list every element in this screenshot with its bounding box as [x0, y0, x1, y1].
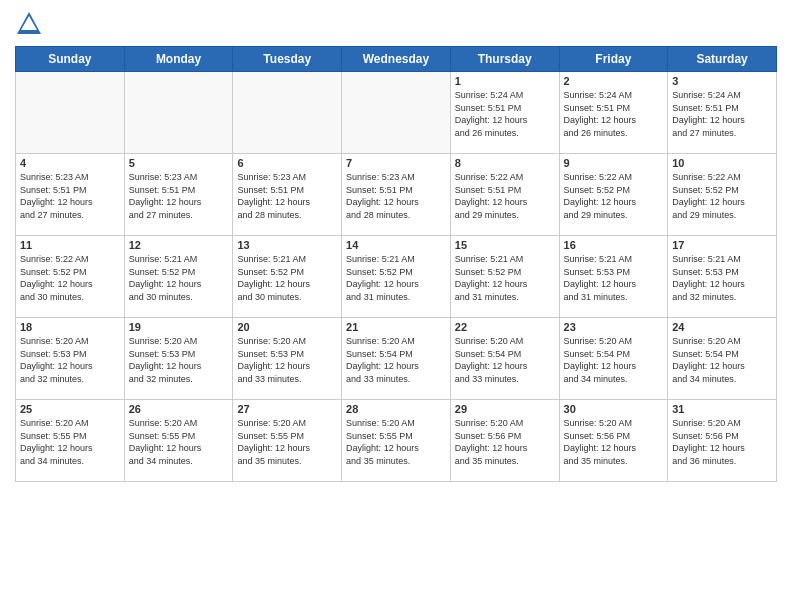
calendar-cell: 4Sunrise: 5:23 AM Sunset: 5:51 PM Daylig… — [16, 154, 125, 236]
calendar-cell: 21Sunrise: 5:20 AM Sunset: 5:54 PM Dayli… — [342, 318, 451, 400]
day-number: 31 — [672, 403, 772, 415]
calendar-cell: 6Sunrise: 5:23 AM Sunset: 5:51 PM Daylig… — [233, 154, 342, 236]
day-number: 9 — [564, 157, 664, 169]
day-number: 29 — [455, 403, 555, 415]
day-number: 2 — [564, 75, 664, 87]
calendar-cell: 22Sunrise: 5:20 AM Sunset: 5:54 PM Dayli… — [450, 318, 559, 400]
day-info: Sunrise: 5:22 AM Sunset: 5:51 PM Dayligh… — [455, 171, 555, 221]
weekday-header-tuesday: Tuesday — [233, 47, 342, 72]
day-info: Sunrise: 5:21 AM Sunset: 5:52 PM Dayligh… — [237, 253, 337, 303]
day-number: 19 — [129, 321, 229, 333]
day-info: Sunrise: 5:20 AM Sunset: 5:56 PM Dayligh… — [455, 417, 555, 467]
weekday-header-wednesday: Wednesday — [342, 47, 451, 72]
calendar-cell: 9Sunrise: 5:22 AM Sunset: 5:52 PM Daylig… — [559, 154, 668, 236]
day-number: 15 — [455, 239, 555, 251]
logo-icon — [15, 10, 43, 38]
day-info: Sunrise: 5:20 AM Sunset: 5:54 PM Dayligh… — [455, 335, 555, 385]
day-number: 10 — [672, 157, 772, 169]
calendar-body: 1Sunrise: 5:24 AM Sunset: 5:51 PM Daylig… — [16, 72, 777, 482]
calendar-cell: 28Sunrise: 5:20 AM Sunset: 5:55 PM Dayli… — [342, 400, 451, 482]
day-info: Sunrise: 5:23 AM Sunset: 5:51 PM Dayligh… — [237, 171, 337, 221]
calendar-cell: 31Sunrise: 5:20 AM Sunset: 5:56 PM Dayli… — [668, 400, 777, 482]
calendar-week-1: 1Sunrise: 5:24 AM Sunset: 5:51 PM Daylig… — [16, 72, 777, 154]
weekday-header-saturday: Saturday — [668, 47, 777, 72]
calendar-cell — [124, 72, 233, 154]
day-number: 28 — [346, 403, 446, 415]
calendar-cell: 27Sunrise: 5:20 AM Sunset: 5:55 PM Dayli… — [233, 400, 342, 482]
calendar-cell: 1Sunrise: 5:24 AM Sunset: 5:51 PM Daylig… — [450, 72, 559, 154]
calendar-cell: 14Sunrise: 5:21 AM Sunset: 5:52 PM Dayli… — [342, 236, 451, 318]
calendar-cell — [342, 72, 451, 154]
day-number: 21 — [346, 321, 446, 333]
day-info: Sunrise: 5:20 AM Sunset: 5:56 PM Dayligh… — [672, 417, 772, 467]
day-number: 20 — [237, 321, 337, 333]
calendar-cell: 13Sunrise: 5:21 AM Sunset: 5:52 PM Dayli… — [233, 236, 342, 318]
day-number: 8 — [455, 157, 555, 169]
day-info: Sunrise: 5:20 AM Sunset: 5:54 PM Dayligh… — [672, 335, 772, 385]
day-number: 4 — [20, 157, 120, 169]
day-info: Sunrise: 5:20 AM Sunset: 5:54 PM Dayligh… — [564, 335, 664, 385]
calendar-cell: 5Sunrise: 5:23 AM Sunset: 5:51 PM Daylig… — [124, 154, 233, 236]
calendar-week-2: 4Sunrise: 5:23 AM Sunset: 5:51 PM Daylig… — [16, 154, 777, 236]
calendar-cell: 16Sunrise: 5:21 AM Sunset: 5:53 PM Dayli… — [559, 236, 668, 318]
day-info: Sunrise: 5:21 AM Sunset: 5:53 PM Dayligh… — [564, 253, 664, 303]
calendar-cell: 20Sunrise: 5:20 AM Sunset: 5:53 PM Dayli… — [233, 318, 342, 400]
day-number: 14 — [346, 239, 446, 251]
calendar-cell: 18Sunrise: 5:20 AM Sunset: 5:53 PM Dayli… — [16, 318, 125, 400]
day-number: 22 — [455, 321, 555, 333]
calendar-cell: 2Sunrise: 5:24 AM Sunset: 5:51 PM Daylig… — [559, 72, 668, 154]
calendar-cell — [16, 72, 125, 154]
day-info: Sunrise: 5:24 AM Sunset: 5:51 PM Dayligh… — [455, 89, 555, 139]
calendar-week-4: 18Sunrise: 5:20 AM Sunset: 5:53 PM Dayli… — [16, 318, 777, 400]
calendar-cell — [233, 72, 342, 154]
calendar-cell: 15Sunrise: 5:21 AM Sunset: 5:52 PM Dayli… — [450, 236, 559, 318]
calendar-table: SundayMondayTuesdayWednesdayThursdayFrid… — [15, 46, 777, 482]
day-info: Sunrise: 5:20 AM Sunset: 5:53 PM Dayligh… — [237, 335, 337, 385]
day-info: Sunrise: 5:21 AM Sunset: 5:52 PM Dayligh… — [455, 253, 555, 303]
day-info: Sunrise: 5:23 AM Sunset: 5:51 PM Dayligh… — [129, 171, 229, 221]
weekday-header-friday: Friday — [559, 47, 668, 72]
day-info: Sunrise: 5:21 AM Sunset: 5:53 PM Dayligh… — [672, 253, 772, 303]
calendar-cell: 12Sunrise: 5:21 AM Sunset: 5:52 PM Dayli… — [124, 236, 233, 318]
calendar-cell: 26Sunrise: 5:20 AM Sunset: 5:55 PM Dayli… — [124, 400, 233, 482]
day-info: Sunrise: 5:21 AM Sunset: 5:52 PM Dayligh… — [129, 253, 229, 303]
day-number: 5 — [129, 157, 229, 169]
calendar-cell: 11Sunrise: 5:22 AM Sunset: 5:52 PM Dayli… — [16, 236, 125, 318]
day-number: 27 — [237, 403, 337, 415]
calendar-header: SundayMondayTuesdayWednesdayThursdayFrid… — [16, 47, 777, 72]
day-info: Sunrise: 5:21 AM Sunset: 5:52 PM Dayligh… — [346, 253, 446, 303]
calendar-week-3: 11Sunrise: 5:22 AM Sunset: 5:52 PM Dayli… — [16, 236, 777, 318]
day-number: 7 — [346, 157, 446, 169]
calendar-cell: 30Sunrise: 5:20 AM Sunset: 5:56 PM Dayli… — [559, 400, 668, 482]
day-info: Sunrise: 5:23 AM Sunset: 5:51 PM Dayligh… — [346, 171, 446, 221]
day-info: Sunrise: 5:20 AM Sunset: 5:53 PM Dayligh… — [20, 335, 120, 385]
day-number: 18 — [20, 321, 120, 333]
day-info: Sunrise: 5:20 AM Sunset: 5:56 PM Dayligh… — [564, 417, 664, 467]
calendar-cell: 24Sunrise: 5:20 AM Sunset: 5:54 PM Dayli… — [668, 318, 777, 400]
day-number: 13 — [237, 239, 337, 251]
calendar-cell: 8Sunrise: 5:22 AM Sunset: 5:51 PM Daylig… — [450, 154, 559, 236]
weekday-header-sunday: Sunday — [16, 47, 125, 72]
day-number: 30 — [564, 403, 664, 415]
day-info: Sunrise: 5:24 AM Sunset: 5:51 PM Dayligh… — [672, 89, 772, 139]
day-info: Sunrise: 5:20 AM Sunset: 5:55 PM Dayligh… — [20, 417, 120, 467]
day-number: 25 — [20, 403, 120, 415]
day-number: 3 — [672, 75, 772, 87]
day-number: 6 — [237, 157, 337, 169]
day-info: Sunrise: 5:22 AM Sunset: 5:52 PM Dayligh… — [20, 253, 120, 303]
calendar-cell: 19Sunrise: 5:20 AM Sunset: 5:53 PM Dayli… — [124, 318, 233, 400]
day-number: 12 — [129, 239, 229, 251]
weekday-header-monday: Monday — [124, 47, 233, 72]
calendar-cell: 17Sunrise: 5:21 AM Sunset: 5:53 PM Dayli… — [668, 236, 777, 318]
calendar-week-5: 25Sunrise: 5:20 AM Sunset: 5:55 PM Dayli… — [16, 400, 777, 482]
day-info: Sunrise: 5:20 AM Sunset: 5:53 PM Dayligh… — [129, 335, 229, 385]
page: SundayMondayTuesdayWednesdayThursdayFrid… — [0, 0, 792, 612]
calendar-cell: 7Sunrise: 5:23 AM Sunset: 5:51 PM Daylig… — [342, 154, 451, 236]
day-number: 16 — [564, 239, 664, 251]
day-info: Sunrise: 5:22 AM Sunset: 5:52 PM Dayligh… — [672, 171, 772, 221]
weekday-row: SundayMondayTuesdayWednesdayThursdayFrid… — [16, 47, 777, 72]
day-number: 17 — [672, 239, 772, 251]
day-info: Sunrise: 5:20 AM Sunset: 5:55 PM Dayligh… — [237, 417, 337, 467]
day-number: 23 — [564, 321, 664, 333]
day-info: Sunrise: 5:23 AM Sunset: 5:51 PM Dayligh… — [20, 171, 120, 221]
